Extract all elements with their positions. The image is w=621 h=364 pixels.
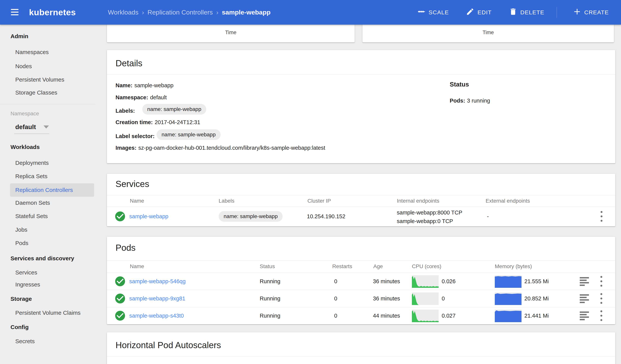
pod-status: Running — [260, 312, 280, 320]
pod-age: 44 minutes — [373, 312, 400, 320]
pod-link[interactable]: sample-webapp-9xg81 — [129, 294, 185, 303]
sidebar-item-jobs[interactable]: Jobs — [15, 223, 27, 236]
service-internal-endpoint: sample-webapp:0 TCP — [397, 217, 453, 225]
sidebar-item-replica-sets[interactable]: Replica Sets — [15, 170, 47, 183]
divider — [107, 195, 615, 195]
divider — [107, 260, 615, 261]
scale-icon — [417, 7, 426, 17]
edit-button-label: EDIT — [477, 9, 492, 16]
chevron-right-icon: › — [216, 9, 218, 16]
label-selector-chip: name: sample-webapp — [156, 129, 221, 140]
sidebar-divider — [0, 104, 95, 104]
hpa-title: Horizontal Pod Autoscalers — [116, 340, 221, 350]
service-internal-endpoint: sample-webapp:8000 TCP — [397, 208, 462, 217]
col-header-external-endpoints: External endpoints — [486, 197, 530, 205]
check-circle-icon — [114, 310, 126, 322]
pod-restarts: 0 — [334, 294, 337, 303]
logs-icon[interactable] — [580, 277, 590, 286]
cpu-sparkline — [412, 310, 439, 322]
row-menu-icon[interactable] — [600, 293, 603, 304]
col-header-cpu: CPU (cores) — [412, 263, 441, 270]
service-external-endpoint: - — [487, 212, 489, 221]
sidebar-item-ingresses[interactable]: Ingresses — [15, 278, 40, 291]
sidebar-item-secrets[interactable]: Secrets — [15, 335, 35, 348]
service-label-chip: name: sample-webapp — [219, 211, 283, 222]
pod-link[interactable]: sample-webapp-s43t0 — [129, 312, 184, 320]
delete-button[interactable]: DELETE — [505, 5, 548, 20]
status-pods-value: 3 running — [467, 98, 490, 104]
status-title: Status — [450, 81, 469, 88]
col-header-labels: Labels — [219, 197, 235, 205]
sidebar-item-config-maps[interactable]: Config Maps — [15, 360, 47, 364]
pods-title: Pods — [116, 243, 136, 253]
cpu-sparkline — [412, 275, 439, 288]
sidebar-item-daemon-sets[interactable]: Daemon Sets — [15, 196, 50, 209]
details-title: Details — [116, 58, 142, 68]
namespace-select[interactable]: default — [15, 121, 36, 133]
sidebar-section-storage[interactable]: Storage — [11, 292, 32, 306]
sidebar-item-namespaces[interactable]: Namespaces — [15, 45, 49, 59]
pod-cpu-value: 0.027 — [442, 312, 456, 320]
row-menu-icon[interactable] — [600, 276, 603, 287]
logs-icon[interactable] — [580, 294, 590, 303]
edit-button[interactable]: EDIT — [462, 5, 495, 20]
sidebar-item-services[interactable]: Services — [15, 266, 37, 279]
sidebar-item-pods[interactable]: Pods — [15, 236, 28, 250]
chevron-right-icon: › — [142, 9, 144, 16]
pod-age: 36 minutes — [373, 294, 400, 303]
memory-sparkline — [495, 292, 521, 305]
app-logo[interactable]: kubernetes — [29, 0, 76, 25]
col-header-cluster-ip: Cluster IP — [308, 197, 331, 205]
chart-x-axis-label: Time — [107, 30, 355, 35]
sidebar-item-replication-controllers[interactable]: Replication Controllers — [10, 183, 94, 197]
menu-icon[interactable] — [11, 9, 18, 16]
divider — [107, 356, 615, 356]
sidebar-section-admin[interactable]: Admin — [11, 30, 28, 43]
sidebar-item-deployments[interactable]: Deployments — [15, 156, 49, 170]
services-card: Services Name Labels Cluster IP Internal… — [107, 174, 615, 226]
pod-restarts: 0 — [334, 277, 337, 286]
scale-button[interactable]: SCALE — [414, 5, 453, 20]
table-row: sample-webapp-s43t0 Running 0 44 minutes… — [107, 307, 615, 324]
detail-creation-label: Creation time: — [116, 119, 153, 125]
detail-creation-value: 2017-04-24T12:31 — [155, 119, 200, 125]
sidebar-item-persistent-volume-claims[interactable]: Persistent Volume Claims — [15, 306, 81, 319]
sidebar-item-stateful-sets[interactable]: Stateful Sets — [15, 209, 48, 223]
sidebar-section-workloads[interactable]: Workloads — [11, 140, 40, 154]
sidebar-item-nodes[interactable]: Nodes — [15, 60, 32, 73]
check-circle-icon — [114, 275, 126, 287]
row-menu-icon[interactable] — [600, 310, 603, 321]
dropdown-arrow-icon[interactable] — [44, 125, 49, 129]
col-header-status: Status — [260, 263, 275, 270]
memory-sparkline — [495, 310, 521, 322]
details-card: Details Name:sample-webapp Namespace:def… — [107, 50, 615, 163]
app-toolbar: kubernetes Workloads › Replication Contr… — [0, 0, 621, 25]
divider — [107, 74, 615, 75]
nav-sidebar: Admin Namespaces Nodes Persistent Volume… — [0, 25, 95, 364]
namespace-underline — [14, 134, 49, 134]
plus-icon — [573, 7, 581, 17]
pod-status: Running — [260, 294, 280, 303]
sidebar-section-services-discovery[interactable]: Services and discovery — [11, 252, 74, 265]
pod-link[interactable]: sample-webapp-546qg — [129, 277, 186, 286]
col-header-name: Name — [130, 263, 144, 270]
sidebar-item-persistent-volumes[interactable]: Persistent Volumes — [15, 73, 64, 86]
sidebar-item-storage-classes[interactable]: Storage Classes — [15, 86, 57, 99]
detail-creation-time: Creation time:2017-04-24T12:31 — [116, 118, 200, 126]
create-button[interactable]: CREATE — [569, 5, 613, 20]
table-row: sample-webapp-546qg Running 0 36 minutes… — [107, 273, 615, 290]
hpa-card: Horizontal Pod Autoscalers — [107, 332, 615, 364]
row-menu-icon[interactable] — [600, 211, 603, 222]
detail-images-value: sz-pg-oam-docker-hub-001.tendcloud.com/l… — [138, 145, 325, 151]
service-link[interactable]: sample-webapp — [129, 212, 168, 221]
sidebar-section-config[interactable]: Config — [11, 320, 29, 334]
cpu-sparkline — [412, 292, 439, 305]
logs-icon[interactable] — [580, 311, 590, 320]
pod-memory-value: 20.852 Mi — [524, 294, 549, 303]
pod-cpu-value: 0.026 — [442, 277, 456, 286]
breadcrumb-link-replication-controllers[interactable]: Replication Controllers — [147, 9, 213, 16]
detail-labels-label: Labels: — [116, 108, 135, 114]
breadcrumb-link-workloads[interactable]: Workloads — [108, 9, 138, 16]
toolbar-divider — [557, 7, 557, 18]
pod-memory-value: 21.555 Mi — [524, 277, 549, 286]
